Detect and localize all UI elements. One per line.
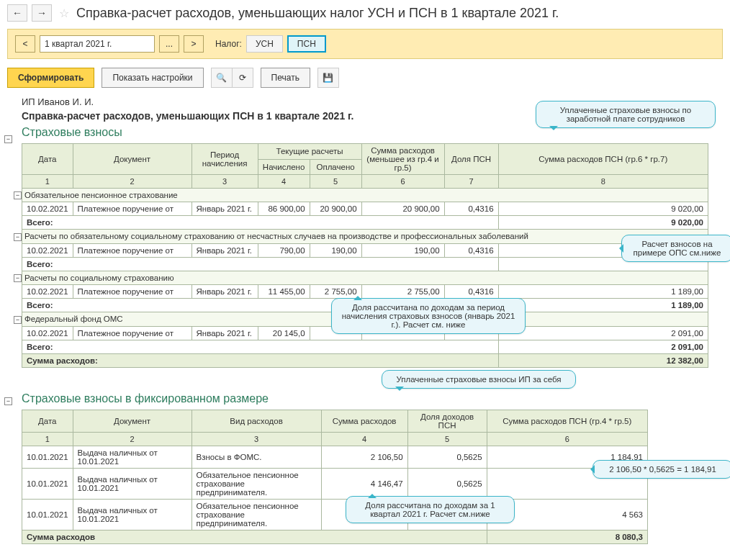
tree-toggle-section1[interactable]: − (4, 135, 12, 143)
group-header: −Расчеты по социальному страхованию (22, 271, 708, 284)
tax-psn-tab[interactable]: ПСН (287, 35, 326, 53)
callout-fixed-contrib: Уплаченные страховые взносы ИП за себя (382, 370, 576, 389)
group-header: −Расчеты по обязательному социальному ст… (22, 230, 708, 243)
nav-back-button[interactable]: ← (7, 4, 27, 22)
table-row[interactable]: 10.01.2021Выдача наличных от 10.01.2021О… (22, 468, 648, 499)
save-icon[interactable]: 💾 (317, 68, 339, 88)
col-current: Текущие расчеты (258, 144, 361, 160)
table-row[interactable]: 10.02.2021Платежное поручение отЯнварь 2… (22, 285, 708, 299)
tree-toggle-section2[interactable]: − (4, 397, 12, 405)
col-sum: Сумма расходов (меньшее из гр.4 и гр.5) (361, 144, 444, 175)
tax-label: Налог: (215, 39, 242, 49)
callout-share-period: Доля рассчитана по доходам за период нач… (331, 298, 526, 334)
period-next-button[interactable]: > (184, 35, 204, 53)
table-row[interactable]: 10.01.2021Выдача наличных от 10.01.2021В… (22, 446, 648, 468)
period-tax-bar: < 1 квартал 2021 г. ... > Налог: УСН ПСН (7, 29, 723, 59)
section2-table: Дата Документ Вид расходов Сумма расходо… (22, 410, 648, 544)
col-doc: Документ (73, 144, 191, 175)
section2-title: Страховые взносы в фиксированном размере (22, 392, 708, 405)
nav-forward-button[interactable]: → (32, 4, 52, 22)
col-paid: Оплачено (310, 159, 361, 175)
form-button[interactable]: Сформировать (7, 68, 94, 88)
table-row[interactable]: 10.02.2021Платежное поручение отЯнварь 2… (22, 243, 708, 257)
col-share: Доля ПСН (444, 144, 498, 175)
period-prev-button[interactable]: < (15, 35, 35, 53)
callout-calc-example: 2 106,50 * 0,5625 = 1 184,91 (592, 460, 730, 479)
callout-payroll-contrib: Уплаченные страховые взносы по заработно… (536, 101, 716, 128)
callout-share-q1: Доля рассчитана по доходам за 1 квартал … (346, 496, 515, 523)
callout-ops-example: Расчет взносов на примере ОПС см.ниже (621, 235, 730, 262)
tax-usn-tab[interactable]: УСН (246, 35, 283, 53)
section1-table: Дата Документ Период начисления Текущие … (22, 143, 708, 368)
show-settings-button[interactable]: Показать настройки (102, 68, 203, 88)
col-psn: Сумма расходов ПСН (гр.6 * гр.7) (498, 144, 708, 175)
page-title: Справка-расчет расходов, уменьшающих нал… (76, 6, 559, 21)
print-button[interactable]: Печать (261, 68, 310, 88)
table-row[interactable]: 10.02.2021Платежное поручение отЯнварь 2… (22, 202, 708, 216)
refresh-icon[interactable]: ⟳ (232, 68, 253, 88)
table-row[interactable]: 10.01.2021Выдача наличных от 10.01.2021О… (22, 499, 648, 530)
col-period: Период начисления (191, 144, 258, 175)
period-picker-button[interactable]: ... (159, 35, 179, 53)
col-date: Дата (22, 144, 73, 175)
period-input[interactable]: 1 квартал 2021 г. (40, 35, 155, 53)
group-header: −Обязательное пенсионное страхование (22, 189, 708, 202)
favorite-star-icon[interactable]: ☆ (59, 6, 69, 20)
col-accrued: Начислено (258, 159, 310, 175)
search-icon[interactable]: 🔍 (211, 68, 233, 88)
